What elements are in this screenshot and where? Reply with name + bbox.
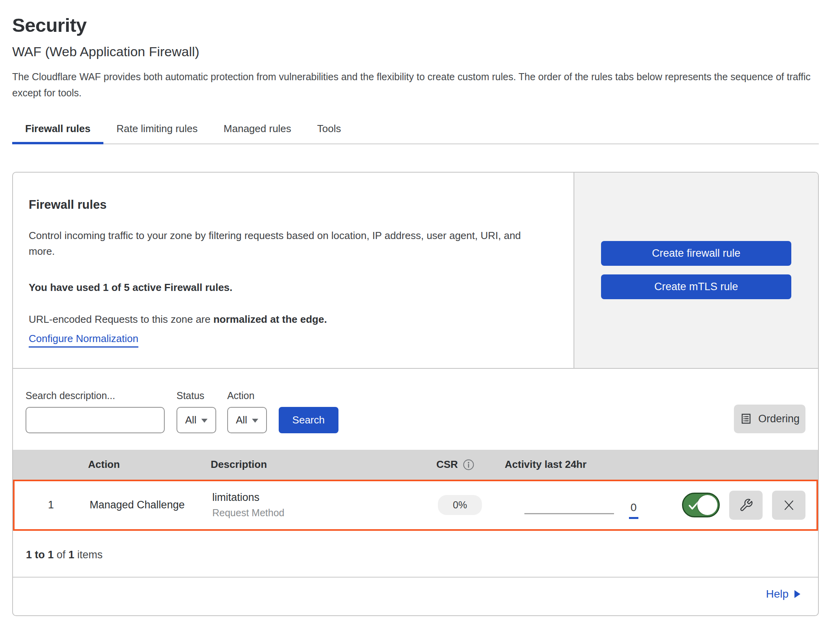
rule-controls [682,491,816,520]
create-mtls-rule-button[interactable]: Create mTLS rule [601,274,791,299]
chevron-down-icon [252,419,258,423]
rules-table-header: Action Description CSR Activity last 24h… [13,450,818,480]
search-button[interactable]: Search [279,407,338,433]
firewall-rules-info: Firewall rules Control incoming traffic … [13,173,574,368]
page-description: The Cloudflare WAF provides both automat… [12,69,819,101]
normalization-bold: normalized at the edge. [213,313,327,325]
status-label: Status [176,390,216,401]
search-input[interactable] [40,408,166,432]
status-filter-group: Status All [176,390,216,433]
status-select[interactable]: All [176,407,216,433]
rule-description: limitations [212,491,432,504]
rule-description-sub: Request Method [212,507,432,519]
header-csr-label: CSR [436,458,458,471]
rule-csr-cell: 0% [432,495,500,515]
ordering-list-icon [740,412,752,425]
ordering-button[interactable]: Ordering [734,405,805,433]
items-of: of [54,549,69,561]
items-range: 1 to 1 [26,549,54,561]
toggle-knob [697,495,717,515]
card-actions-panel: Create firewall rule Create mTLS rule [574,173,818,368]
activity-sparkline [524,513,614,514]
chevron-down-icon [201,419,208,423]
info-icon[interactable] [463,459,474,471]
status-selected-value: All [185,414,197,426]
delete-rule-button[interactable] [772,491,805,520]
items-count: 1 to 1 of 1 items [13,531,818,578]
normalization-note: URL-encoded Requests to this zone are no… [29,313,550,326]
panel-description: Control incoming traffic to your zone by… [29,228,544,259]
panel-heading: Firewall rules [29,198,550,212]
action-label: Action [227,390,267,401]
security-waf-page: Security WAF (Web Application Firewall) … [0,0,831,616]
usage-summary: You have used 1 of 5 active Firewall rul… [29,282,550,294]
search-label: Search description... [26,390,165,401]
rule-action: Managed Challenge [87,499,212,511]
help-label: Help [766,588,789,600]
ordering-button-label: Ordering [758,413,800,425]
rule-priority: 1 [15,499,87,511]
tab-rate-limiting-rules[interactable]: Rate limiting rules [103,119,211,144]
action-filter-group: Action All [227,390,267,433]
help-link[interactable]: Help [766,588,801,600]
search-box[interactable] [26,407,165,433]
header-csr: CSR [430,458,499,471]
configure-normalization-link[interactable]: Configure Normalization [29,333,138,348]
tab-tools[interactable]: Tools [304,119,354,144]
search-filter-group: Search description... [26,390,165,433]
action-select[interactable]: All [227,407,267,433]
action-selected-value: All [236,414,247,426]
edit-rule-button[interactable] [729,491,763,520]
waf-tabs: Firewall rules Rate limiting rules Manag… [12,119,819,144]
help-row: Help [13,578,818,615]
page-title: Security [12,0,819,36]
table-row: 1 Managed Challenge limitations Request … [13,480,818,531]
normalization-text: URL-encoded Requests to this zone are [29,313,213,325]
items-total: 1 [68,549,74,561]
tab-firewall-rules[interactable]: Firewall rules [12,119,103,144]
items-suffix: items [74,549,103,561]
wrench-icon [739,498,753,512]
card-top-section: Firewall rules Control incoming traffic … [13,173,818,369]
rule-activity-cell: 0 [500,481,682,529]
header-activity: Activity last 24hr [499,458,680,471]
close-icon [783,499,795,512]
firewall-rules-card: Firewall rules Control incoming traffic … [12,172,819,616]
rule-enabled-toggle[interactable] [682,493,720,517]
arrow-right-icon [794,590,801,598]
filter-bar: Search description... Status All [13,369,818,450]
tab-managed-rules[interactable]: Managed rules [211,119,304,144]
create-firewall-rule-button[interactable]: Create firewall rule [601,241,791,266]
page-subtitle: WAF (Web Application Firewall) [12,44,819,59]
activity-count-link[interactable]: 0 [629,501,638,519]
header-description: Description [211,458,430,471]
rule-description-cell: limitations Request Method [212,491,432,519]
header-action: Action [86,458,211,471]
csr-badge: 0% [438,495,482,515]
